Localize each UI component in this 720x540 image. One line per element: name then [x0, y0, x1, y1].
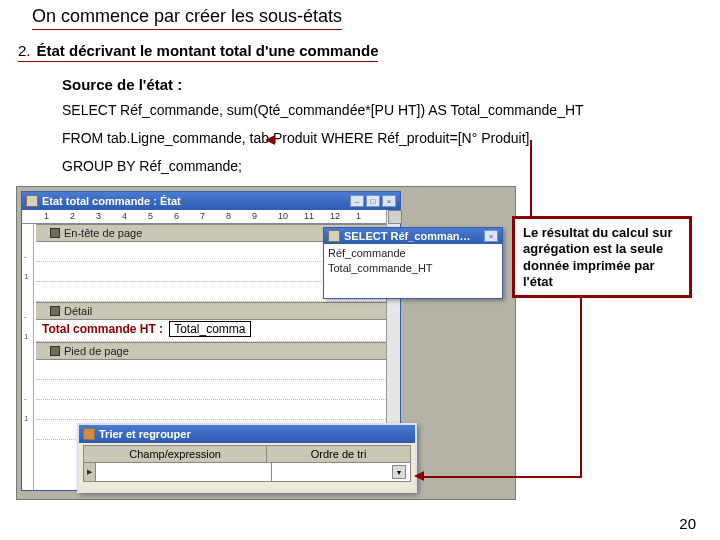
sort-titlebar[interactable]: Trier et regrouper [79, 425, 415, 443]
section-selector-icon[interactable] [50, 228, 60, 238]
maximize-button[interactable]: □ [366, 195, 380, 207]
row-selector-icon[interactable] [84, 463, 96, 481]
sql-line-1: SELECT Réf_commande, sum(Qté_commandée*[… [62, 102, 584, 118]
arrow-head-icon [414, 471, 424, 481]
subtitle-text: État décrivant le montant total d'une co… [37, 42, 379, 59]
horizontal-ruler: 1 2 3 4 5 6 7 8 9 10 11 12 1 [22, 210, 400, 224]
close-button[interactable]: × [484, 230, 498, 242]
grid-row[interactable] [36, 360, 400, 380]
annotation-arrow [0, 0, 262, 2]
section-selector-icon[interactable] [50, 306, 60, 316]
sql-line-2: FROM tab.Ligne_commande, tab.Produit WHE… [62, 130, 529, 146]
page-title: On commence par créer les sous-états [32, 6, 342, 30]
page-footer-band[interactable]: Pied de page [36, 342, 400, 360]
ruler-mark: 1 [44, 211, 49, 221]
section-selector-icon[interactable] [50, 346, 60, 356]
grid-row[interactable] [36, 400, 400, 420]
arrow-head-icon [265, 135, 275, 145]
ruler-mark: 9 [252, 211, 257, 221]
close-button[interactable]: × [382, 195, 396, 207]
sort-order-cell[interactable]: ▾ [272, 463, 410, 481]
designer-window-title: Etat total commande : État [42, 195, 346, 207]
sort-col-expression: Champ/expression [84, 446, 267, 462]
detail-label: Détail [64, 305, 92, 317]
callout-box: Le résultat du calcul sur agrégation est… [512, 216, 692, 298]
fieldlist-titlebar[interactable]: SELECT Réf_comman… × [324, 228, 502, 244]
source-label: Source de l'état : [62, 76, 182, 93]
sql-line-3: GROUP BY Réf_commande; [62, 158, 242, 174]
fieldlist-title: SELECT Réf_comman… [344, 230, 480, 242]
chevron-down-icon[interactable]: ▾ [392, 465, 406, 479]
grid-row[interactable] [36, 380, 400, 400]
sort-dialog-title: Trier et regrouper [99, 428, 191, 440]
annotation-arrow [580, 298, 582, 478]
field-list-window[interactable]: SELECT Réf_comman… × Réf_commande Total_… [323, 227, 503, 299]
ruler-mark: 4 [122, 211, 127, 221]
minimize-button[interactable]: – [350, 195, 364, 207]
detail-field-control[interactable]: Total commande HT : Total_comma [38, 320, 251, 338]
field-bound-textbox[interactable]: Total_comma [169, 321, 250, 337]
ruler-mark: 3 [96, 211, 101, 221]
grid-row[interactable]: Total commande HT : Total_comma [36, 320, 400, 342]
sort-table[interactable]: Champ/expression Ordre de tri ▾ [83, 445, 411, 482]
sort-expression-cell[interactable] [96, 463, 272, 481]
ruler-mark: 7 [200, 211, 205, 221]
page-footer-label: Pied de page [64, 345, 129, 357]
annotation-arrow [530, 140, 532, 216]
ruler-mark: 8 [226, 211, 231, 221]
vertical-ruler: -1 -1 -1 [22, 224, 34, 490]
app-workspace: Etat total commande : État – □ × 1 2 3 4… [16, 186, 516, 500]
ruler-mark: 2 [70, 211, 75, 221]
ruler-mark: 12 [330, 211, 340, 221]
ruler-mark: 10 [278, 211, 288, 221]
designer-titlebar[interactable]: Etat total commande : État – □ × [22, 192, 400, 210]
annotation-arrow [420, 476, 582, 478]
detail-band[interactable]: Détail [36, 302, 400, 320]
sort-icon [83, 428, 95, 440]
sort-header-row: Champ/expression Ordre de tri [84, 446, 410, 463]
ruler-mark: 1 [356, 211, 361, 221]
page-header-label: En-tête de page [64, 227, 142, 239]
ruler-mark: 6 [174, 211, 179, 221]
ruler-mark: 5 [148, 211, 153, 221]
sort-data-row[interactable]: ▾ [84, 463, 410, 481]
field-item[interactable]: Total_commande_HT [328, 261, 498, 276]
field-label[interactable]: Total commande HT : [38, 322, 167, 336]
field-item[interactable]: Réf_commande [328, 246, 498, 261]
page-number: 20 [679, 515, 696, 532]
sort-group-dialog[interactable]: Trier et regrouper Champ/expression Ordr… [77, 423, 417, 493]
subtitle-number: 2. [18, 42, 31, 59]
report-icon [26, 195, 38, 207]
subtitle-row: 2. État décrivant le montant total d'une… [18, 42, 378, 62]
ruler-mark: 11 [304, 211, 314, 221]
sort-col-order: Ordre de tri [267, 446, 410, 462]
query-icon [328, 230, 340, 242]
field-list[interactable]: Réf_commande Total_commande_HT [324, 244, 502, 278]
